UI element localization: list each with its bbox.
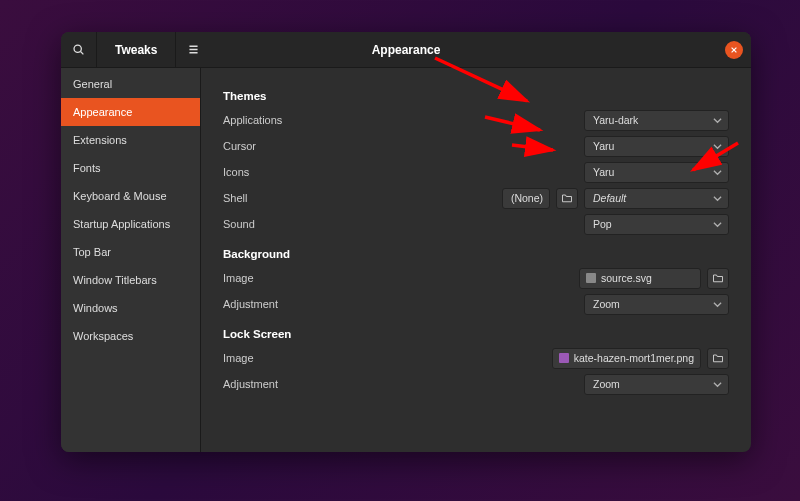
page-title: Appearance — [372, 43, 441, 57]
search-icon — [72, 43, 85, 56]
icons-label: Icons — [223, 166, 393, 178]
sidebar-item-windows[interactable]: Windows — [61, 294, 200, 322]
sound-combo[interactable]: Pop — [584, 214, 729, 235]
sidebar-item-general[interactable]: General — [61, 70, 200, 98]
sidebar-item-extensions[interactable]: Extensions — [61, 126, 200, 154]
ls-adjustment-label: Adjustment — [223, 378, 393, 390]
row-shell: Shell (None) Default — [223, 186, 729, 210]
shell-value: Default — [593, 192, 626, 204]
shell-none-combo[interactable]: (None) — [502, 188, 550, 209]
chevron-down-icon — [713, 168, 722, 177]
close-icon — [730, 46, 738, 54]
bg-image-filename: source.svg — [601, 272, 652, 284]
sidebar-item-appearance[interactable]: Appearance — [61, 98, 200, 126]
tweaks-window: Tweaks Appearance General Appearance Ext… — [61, 32, 751, 452]
shell-label: Shell — [223, 192, 393, 204]
bg-image-label: Image — [223, 272, 393, 284]
sidebar-item-top-bar[interactable]: Top Bar — [61, 238, 200, 266]
bg-adjustment-label: Adjustment — [223, 298, 393, 310]
chevron-down-icon — [713, 194, 722, 203]
ls-image-open-button[interactable] — [707, 348, 729, 369]
chevron-down-icon — [713, 300, 722, 309]
svg-line-1 — [81, 52, 84, 55]
ls-image-chooser[interactable]: kate-hazen-mort1mer.png — [552, 348, 701, 369]
themes-heading: Themes — [223, 90, 729, 102]
row-icons: Icons Yaru — [223, 160, 729, 184]
sidebar-item-startup-apps[interactable]: Startup Applications — [61, 210, 200, 238]
titlebar: Tweaks Appearance — [61, 32, 751, 68]
shell-file-button[interactable] — [556, 188, 578, 209]
sound-value: Pop — [593, 218, 612, 230]
cursor-combo[interactable]: Yaru — [584, 136, 729, 157]
bg-image-open-button[interactable] — [707, 268, 729, 289]
menu-button[interactable] — [175, 32, 211, 68]
image-thumb-icon — [559, 353, 569, 363]
row-bg-adjustment: Adjustment Zoom — [223, 292, 729, 316]
svg-point-0 — [74, 45, 81, 52]
chevron-down-icon — [713, 380, 722, 389]
lockscreen-heading: Lock Screen — [223, 328, 729, 340]
window-body: General Appearance Extensions Fonts Keyb… — [61, 68, 751, 452]
sidebar-item-window-titlebars[interactable]: Window Titlebars — [61, 266, 200, 294]
folder-icon — [712, 272, 724, 284]
shell-combo[interactable]: Default — [584, 188, 729, 209]
chevron-down-icon — [713, 116, 722, 125]
content-panel: Themes Applications Yaru-dark Cursor Yar… — [201, 68, 751, 452]
app-title: Tweaks — [97, 43, 175, 57]
cursor-value: Yaru — [593, 140, 614, 152]
row-ls-image: Image kate-hazen-mort1mer.png — [223, 346, 729, 370]
bg-adjustment-combo[interactable]: Zoom — [584, 294, 729, 315]
applications-value: Yaru-dark — [593, 114, 638, 126]
chevron-down-icon — [713, 142, 722, 151]
search-button[interactable] — [61, 32, 97, 68]
row-ls-adjustment: Adjustment Zoom — [223, 372, 729, 396]
folder-icon — [561, 192, 573, 204]
hamburger-icon — [187, 43, 200, 56]
bg-image-chooser[interactable]: source.svg — [579, 268, 701, 289]
shell-none-value: (None) — [511, 192, 543, 204]
icons-value: Yaru — [593, 166, 614, 178]
bg-adjustment-value: Zoom — [593, 298, 620, 310]
ls-image-filename: kate-hazen-mort1mer.png — [574, 352, 694, 364]
applications-combo[interactable]: Yaru-dark — [584, 110, 729, 131]
chevron-down-icon — [713, 220, 722, 229]
sidebar-item-workspaces[interactable]: Workspaces — [61, 322, 200, 350]
row-applications: Applications Yaru-dark — [223, 108, 729, 132]
ls-adjustment-value: Zoom — [593, 378, 620, 390]
cursor-label: Cursor — [223, 140, 393, 152]
folder-icon — [712, 352, 724, 364]
sidebar-item-keyboard-mouse[interactable]: Keyboard & Mouse — [61, 182, 200, 210]
sound-label: Sound — [223, 218, 393, 230]
titlebar-left: Tweaks — [61, 32, 211, 68]
background-heading: Background — [223, 248, 729, 260]
sidebar: General Appearance Extensions Fonts Keyb… — [61, 68, 201, 452]
row-sound: Sound Pop — [223, 212, 729, 236]
applications-label: Applications — [223, 114, 393, 126]
row-bg-image: Image source.svg — [223, 266, 729, 290]
icons-combo[interactable]: Yaru — [584, 162, 729, 183]
image-thumb-icon — [586, 273, 596, 283]
row-cursor: Cursor Yaru — [223, 134, 729, 158]
ls-adjustment-combo[interactable]: Zoom — [584, 374, 729, 395]
close-button[interactable] — [725, 41, 743, 59]
ls-image-label: Image — [223, 352, 393, 364]
sidebar-item-fonts[interactable]: Fonts — [61, 154, 200, 182]
